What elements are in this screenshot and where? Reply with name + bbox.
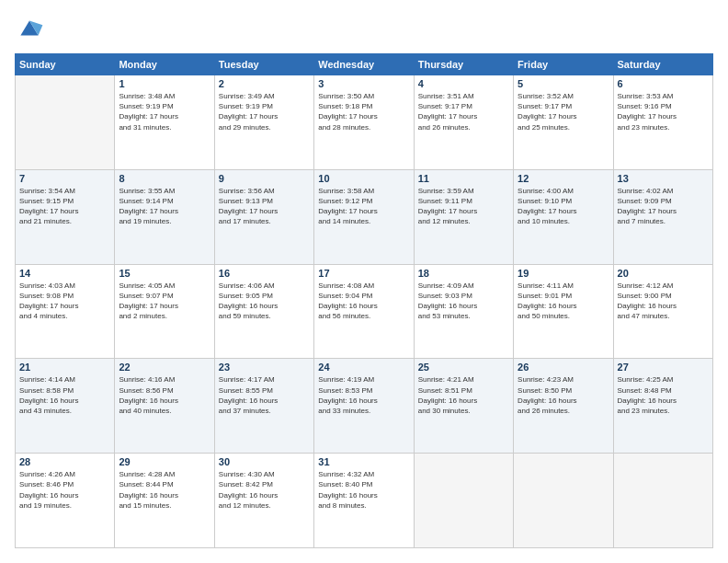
- day-info: Sunrise: 4:26 AM Sunset: 8:46 PM Dayligh…: [19, 469, 110, 511]
- calendar-empty: [613, 454, 712, 548]
- day-info: Sunrise: 3:48 AM Sunset: 9:19 PM Dayligh…: [119, 91, 210, 132]
- calendar-week-2: 7Sunrise: 3:54 AM Sunset: 9:15 PM Daylig…: [16, 169, 713, 264]
- day-number: 29: [119, 456, 210, 467]
- day-number: 31: [318, 456, 409, 467]
- day-number: 22: [119, 362, 210, 373]
- day-number: 23: [219, 362, 310, 373]
- day-number: 30: [219, 456, 310, 467]
- logo-icon: [15, 15, 44, 44]
- day-number: 16: [219, 268, 310, 279]
- calendar-day-3: 3Sunrise: 3:50 AM Sunset: 9:18 PM Daylig…: [314, 75, 414, 170]
- day-number: 26: [518, 362, 609, 373]
- calendar-week-3: 14Sunrise: 4:03 AM Sunset: 9:08 PM Dayli…: [16, 264, 713, 359]
- calendar-day-14: 14Sunrise: 4:03 AM Sunset: 9:08 PM Dayli…: [16, 264, 115, 359]
- calendar-day-19: 19Sunrise: 4:11 AM Sunset: 9:01 PM Dayli…: [514, 264, 613, 359]
- day-info: Sunrise: 4:08 AM Sunset: 9:04 PM Dayligh…: [318, 281, 409, 322]
- day-info: Sunrise: 4:21 AM Sunset: 8:51 PM Dayligh…: [418, 374, 509, 416]
- calendar-day-17: 17Sunrise: 4:08 AM Sunset: 9:04 PM Dayli…: [314, 264, 414, 359]
- day-info: Sunrise: 4:03 AM Sunset: 9:08 PM Dayligh…: [19, 281, 110, 322]
- calendar-body: 1Sunrise: 3:48 AM Sunset: 9:19 PM Daylig…: [16, 75, 713, 548]
- day-number: 3: [318, 78, 409, 89]
- day-info: Sunrise: 3:56 AM Sunset: 9:13 PM Dayligh…: [219, 186, 310, 227]
- day-info: Sunrise: 3:59 AM Sunset: 9:11 PM Dayligh…: [418, 186, 509, 227]
- day-info: Sunrise: 3:55 AM Sunset: 9:14 PM Dayligh…: [119, 186, 210, 227]
- day-info: Sunrise: 3:53 AM Sunset: 9:16 PM Dayligh…: [618, 91, 709, 132]
- calendar-day-13: 13Sunrise: 4:02 AM Sunset: 9:09 PM Dayli…: [613, 169, 712, 264]
- calendar-day-26: 26Sunrise: 4:23 AM Sunset: 8:50 PM Dayli…: [514, 359, 613, 454]
- calendar-empty: [514, 454, 613, 548]
- day-number: 11: [418, 173, 509, 184]
- page: SundayMondayTuesdayWednesdayThursdayFrid…: [0, 0, 728, 563]
- day-info: Sunrise: 4:25 AM Sunset: 8:48 PM Dayligh…: [618, 374, 709, 416]
- weekday-header-friday: Friday: [514, 54, 613, 75]
- calendar-table: SundayMondayTuesdayWednesdayThursdayFrid…: [15, 53, 713, 548]
- calendar-day-1: 1Sunrise: 3:48 AM Sunset: 9:19 PM Daylig…: [115, 75, 214, 170]
- weekday-header-monday: Monday: [115, 54, 214, 75]
- day-number: 6: [618, 78, 709, 89]
- day-info: Sunrise: 3:58 AM Sunset: 9:12 PM Dayligh…: [318, 186, 409, 227]
- day-info: Sunrise: 3:50 AM Sunset: 9:18 PM Dayligh…: [318, 91, 409, 132]
- day-info: Sunrise: 3:51 AM Sunset: 9:17 PM Dayligh…: [418, 91, 509, 132]
- calendar-day-23: 23Sunrise: 4:17 AM Sunset: 8:55 PM Dayli…: [214, 359, 313, 454]
- day-number: 2: [219, 78, 310, 89]
- day-info: Sunrise: 4:30 AM Sunset: 8:42 PM Dayligh…: [219, 469, 310, 511]
- day-number: 15: [119, 268, 210, 279]
- day-info: Sunrise: 3:54 AM Sunset: 9:15 PM Dayligh…: [19, 186, 110, 227]
- day-number: 18: [418, 268, 509, 279]
- weekday-header-wednesday: Wednesday: [314, 54, 414, 75]
- day-info: Sunrise: 4:16 AM Sunset: 8:56 PM Dayligh…: [119, 374, 210, 416]
- day-number: 4: [418, 78, 509, 89]
- day-number: 13: [618, 173, 709, 184]
- day-number: 7: [19, 173, 110, 184]
- day-number: 1: [119, 78, 210, 89]
- calendar-week-4: 21Sunrise: 4:14 AM Sunset: 8:58 PM Dayli…: [16, 359, 713, 454]
- day-number: 20: [618, 268, 709, 279]
- day-info: Sunrise: 4:02 AM Sunset: 9:09 PM Dayligh…: [618, 186, 709, 227]
- calendar-day-27: 27Sunrise: 4:25 AM Sunset: 8:48 PM Dayli…: [613, 359, 712, 454]
- calendar-day-24: 24Sunrise: 4:19 AM Sunset: 8:53 PM Dayli…: [314, 359, 414, 454]
- day-info: Sunrise: 4:14 AM Sunset: 8:58 PM Dayligh…: [19, 374, 110, 416]
- day-number: 8: [119, 173, 210, 184]
- calendar-day-10: 10Sunrise: 3:58 AM Sunset: 9:12 PM Dayli…: [314, 169, 414, 264]
- calendar-day-4: 4Sunrise: 3:51 AM Sunset: 9:17 PM Daylig…: [414, 75, 513, 170]
- day-info: Sunrise: 4:00 AM Sunset: 9:10 PM Dayligh…: [518, 186, 609, 227]
- day-number: 25: [418, 362, 509, 373]
- calendar-day-18: 18Sunrise: 4:09 AM Sunset: 9:03 PM Dayli…: [414, 264, 513, 359]
- calendar-day-30: 30Sunrise: 4:30 AM Sunset: 8:42 PM Dayli…: [214, 454, 313, 548]
- calendar-day-2: 2Sunrise: 3:49 AM Sunset: 9:19 PM Daylig…: [214, 75, 313, 170]
- day-number: 21: [19, 362, 110, 373]
- day-info: Sunrise: 4:09 AM Sunset: 9:03 PM Dayligh…: [418, 281, 509, 322]
- calendar-day-28: 28Sunrise: 4:26 AM Sunset: 8:46 PM Dayli…: [16, 454, 115, 548]
- day-number: 27: [618, 362, 709, 373]
- calendar-week-1: 1Sunrise: 3:48 AM Sunset: 9:19 PM Daylig…: [16, 75, 713, 170]
- calendar-empty: [16, 75, 115, 170]
- day-info: Sunrise: 4:11 AM Sunset: 9:01 PM Dayligh…: [518, 281, 609, 322]
- day-number: 28: [19, 456, 110, 467]
- calendar-day-5: 5Sunrise: 3:52 AM Sunset: 9:17 PM Daylig…: [514, 75, 613, 170]
- calendar-day-11: 11Sunrise: 3:59 AM Sunset: 9:11 PM Dayli…: [414, 169, 513, 264]
- day-info: Sunrise: 4:32 AM Sunset: 8:40 PM Dayligh…: [318, 469, 409, 511]
- day-number: 14: [19, 268, 110, 279]
- day-number: 9: [219, 173, 310, 184]
- calendar-day-8: 8Sunrise: 3:55 AM Sunset: 9:14 PM Daylig…: [115, 169, 214, 264]
- day-info: Sunrise: 4:06 AM Sunset: 9:05 PM Dayligh…: [219, 281, 310, 322]
- weekday-header-thursday: Thursday: [414, 54, 513, 75]
- weekday-header-row: SundayMondayTuesdayWednesdayThursdayFrid…: [16, 54, 713, 75]
- day-number: 12: [518, 173, 609, 184]
- calendar-day-16: 16Sunrise: 4:06 AM Sunset: 9:05 PM Dayli…: [214, 264, 313, 359]
- calendar-day-22: 22Sunrise: 4:16 AM Sunset: 8:56 PM Dayli…: [115, 359, 214, 454]
- calendar-day-25: 25Sunrise: 4:21 AM Sunset: 8:51 PM Dayli…: [414, 359, 513, 454]
- day-info: Sunrise: 4:05 AM Sunset: 9:07 PM Dayligh…: [119, 281, 210, 322]
- day-number: 17: [318, 268, 409, 279]
- calendar-day-21: 21Sunrise: 4:14 AM Sunset: 8:58 PM Dayli…: [16, 359, 115, 454]
- day-info: Sunrise: 3:49 AM Sunset: 9:19 PM Dayligh…: [219, 91, 310, 132]
- day-number: 10: [318, 173, 409, 184]
- calendar-day-31: 31Sunrise: 4:32 AM Sunset: 8:40 PM Dayli…: [314, 454, 414, 548]
- day-number: 19: [518, 268, 609, 279]
- calendar-day-12: 12Sunrise: 4:00 AM Sunset: 9:10 PM Dayli…: [514, 169, 613, 264]
- calendar-day-20: 20Sunrise: 4:12 AM Sunset: 9:00 PM Dayli…: [613, 264, 712, 359]
- weekday-header-sunday: Sunday: [16, 54, 115, 75]
- calendar-empty: [414, 454, 513, 548]
- day-info: Sunrise: 4:28 AM Sunset: 8:44 PM Dayligh…: [119, 469, 210, 511]
- day-info: Sunrise: 4:12 AM Sunset: 9:00 PM Dayligh…: [618, 281, 709, 322]
